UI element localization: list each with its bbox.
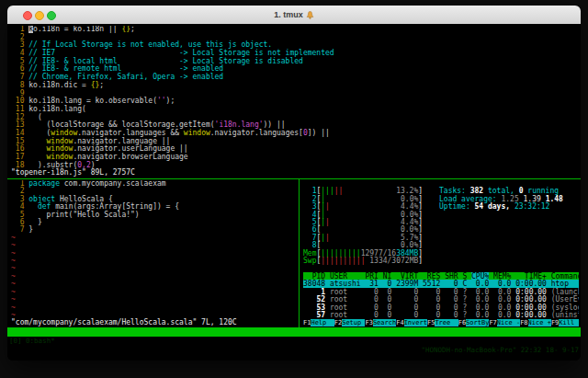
text-segment: F8	[520, 319, 527, 326]
htop-summary: Tasks: 382 total, 0 runningLoad average:…	[439, 188, 563, 211]
code-line: ~	[11, 250, 298, 258]
pane-vim-js[interactable]: 1 ko.i18n = ko.i18n || {}; 2 3 // If Loc…	[11, 26, 577, 178]
text-segment: (localStorage && localStorage.getItem(	[28, 120, 214, 129]
text-segment: o.i18n = ko.i18n ||	[33, 26, 121, 33]
text-segment: (uninstalld	[547, 311, 579, 319]
text-segment: ||||||||||	[321, 257, 365, 265]
text-segment: 0:00.00	[511, 311, 547, 319]
text-segment: F6	[458, 319, 466, 326]
text-segment: Nice +	[528, 319, 551, 326]
text-segment: 6	[11, 64, 28, 73]
text-segment: )) ||	[264, 120, 286, 129]
text-segment: F7	[489, 319, 496, 326]
text-segment: Kill	[559, 319, 579, 326]
text-segment: (	[28, 113, 41, 121]
text-segment: 2	[11, 33, 28, 41]
code-line: 1 package com.mycompany.scalaexam	[11, 180, 298, 188]
text-segment: 23:32:12	[514, 202, 550, 211]
code-line: 17 window.navigator.browserLanguage	[11, 154, 577, 162]
text-segment: 7	[11, 73, 28, 81]
text-segment: window	[47, 137, 74, 145]
terminal-window: 1. tmux 1 ko.i18n = ko.i18n || {}; 2 3 /…	[7, 6, 581, 361]
tmux-session-windows[interactable]: [0] 0:bash*	[9, 337, 55, 346]
htop-process-table: PID USER PRI NI VIRT RES SHR S CPU% MEM%…	[303, 273, 579, 319]
text-segment: window	[184, 129, 210, 137]
text-segment: 9	[11, 89, 28, 97]
text-segment: window	[47, 144, 74, 153]
text-segment: com.mycompany.scalaexam	[60, 180, 166, 188]
text-segment: ko.i18n.lang = ko.observable(	[28, 97, 157, 105]
text-segment	[28, 137, 46, 145]
text-segment: ]) ||	[308, 129, 330, 137]
text-segment: {}	[121, 26, 130, 33]
text-segment: ;	[99, 81, 104, 89]
terminal-body: 1 ko.i18n = ko.i18n || {}; 2 3 // If Loc…	[7, 24, 581, 361]
code-line: 7 }	[11, 226, 298, 234]
fkey-bar[interactable]: F1Help F2Setup F3SearchF4InvertF5Tree F6…	[303, 319, 579, 326]
text-segment: 5	[11, 57, 28, 65]
text-segment: 18	[11, 161, 28, 169]
code-line: ~	[11, 265, 298, 272]
text-segment: F4	[396, 319, 403, 326]
text-segment: Nice -	[497, 319, 520, 326]
text-segment: root 0 0 0 0 0 ? 0.0 0.0	[325, 311, 511, 319]
htop-function-keys: F1Help F2Setup F3SearchF4InvertF5Tree F6…	[303, 319, 579, 326]
text-segment: // IE8- & remote html -> enabled	[28, 64, 223, 73]
code-line: 10 ko.i18n.lang = ko.observable('');	[11, 97, 577, 106]
text-segment: window	[47, 153, 74, 161]
code-line: ~	[11, 296, 298, 304]
code-line: 5 print("Hello Scala!")	[11, 212, 298, 219]
process-row[interactable]: 57 root 0 0 0 0 0 ? 0.0 0.0 0:00.00 (uni…	[303, 312, 579, 319]
text-segment: SortBy	[466, 319, 489, 326]
text-segment: Tree	[435, 319, 458, 326]
text-segment: {}	[91, 81, 100, 89]
text-segment: 13	[11, 120, 28, 129]
text-segment: Search	[373, 319, 396, 326]
window-title: 1. tmux	[7, 6, 581, 24]
text-segment: .navigator.languages[	[210, 129, 303, 137]
text-segment: 15	[11, 137, 28, 145]
text-segment: 3	[11, 40, 28, 49]
text-segment: // IE7 -> Local Storage is not implement…	[28, 49, 334, 57]
text-segment	[28, 153, 46, 161]
text-segment: // Chrome, Firefox, Safari, Opera -> ena…	[28, 73, 223, 81]
text-segment: 16	[11, 144, 28, 153]
text-segment: 1334/3072MB	[369, 257, 418, 265]
text-segment: Swp	[303, 257, 316, 265]
text-segment: // IE8- & local html -> Local Storage is…	[28, 57, 303, 65]
bell-icon	[306, 7, 314, 26]
text-segment: );	[166, 97, 175, 105]
text-segment: .navigator.userLanguage ||	[73, 144, 187, 153]
text-segment: 54 days,	[475, 202, 514, 211]
code-line: ~	[11, 235, 298, 242]
text-segment: ''	[157, 97, 166, 105]
text-segment: .navigator.languages &&	[77, 129, 184, 137]
text-segment: 12	[11, 113, 28, 121]
text-segment: print("Hello Scala!")	[28, 211, 139, 219]
vim-status-scala: "com/mycompany/scalaexam/HelloScala.scal…	[11, 319, 298, 326]
text-segment: Setup	[342, 319, 365, 326]
tmux-status-bar: [0] 0:bash* "HONODH-no-MacBook-Pro" 22:3…	[7, 327, 581, 337]
titlebar[interactable]: 1. tmux	[7, 6, 581, 25]
code-line: ~	[11, 273, 298, 281]
cpu-meter-row: Swp[|||||||||| 1334/3072MB]	[303, 258, 579, 265]
text-segment: .navigator.language ||	[73, 137, 170, 145]
code-line: ~	[11, 304, 298, 312]
text-segment: ]	[418, 257, 423, 265]
code-line: ~	[11, 242, 298, 249]
text-segment: ).substr(	[28, 161, 77, 169]
code-line: 8 ko.i18n.dic = {};	[11, 82, 577, 90]
text-segment: window	[51, 129, 77, 137]
pane-divider-vertical[interactable]	[299, 178, 300, 327]
text-segment: 11	[11, 105, 28, 113]
code-line: 6 }	[11, 219, 298, 226]
text-segment: 4	[11, 49, 28, 57]
code-line: 11 ko.i18n.lang(	[11, 106, 577, 114]
vim-status-js: "topener-i18n.js" 89L, 2757C	[11, 169, 577, 178]
pane-htop[interactable]: 1[||||| 13.2%] 2[| 0.0%] 3[|| 4.4%] 4[| …	[303, 180, 579, 327]
text-segment: Uptime:	[439, 202, 475, 211]
pane-divider-horizontal[interactable]	[7, 178, 581, 179]
code-line: ~	[11, 258, 298, 265]
pane-vim-scala[interactable]: 1 package com.mycompany.scalaexam 2 3 ob…	[11, 180, 298, 327]
code-line: ~	[11, 281, 298, 288]
